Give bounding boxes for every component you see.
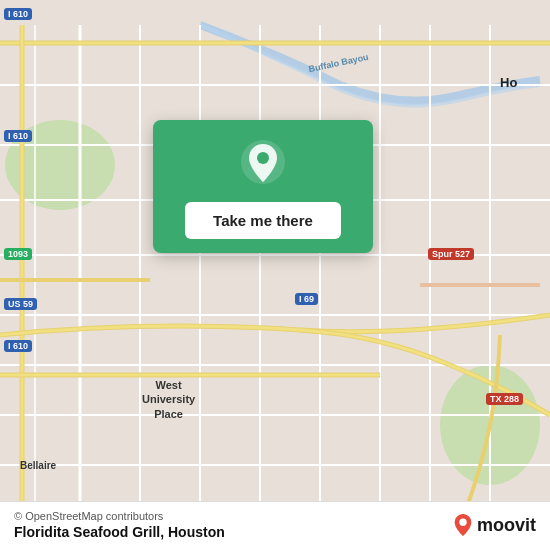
bottom-bar: © OpenStreetMap contributors Floridita S… xyxy=(0,501,550,550)
osm-credit-text: © OpenStreetMap contributors xyxy=(14,510,163,522)
moovit-pin-icon xyxy=(453,513,473,537)
osm-credit: © OpenStreetMap contributors xyxy=(14,510,225,522)
highway-badge-i610-left: I 610 xyxy=(4,130,32,142)
highway-badge-i610-top: I 610 xyxy=(4,8,32,20)
highway-badge-i610-bottom: I 610 xyxy=(4,340,32,352)
west-university-place-label: WestUniversityPlace xyxy=(142,378,195,421)
bottom-bar-left: © OpenStreetMap contributors Floridita S… xyxy=(14,510,225,540)
svg-point-30 xyxy=(459,519,466,526)
map-svg xyxy=(0,0,550,550)
highway-badge-1093: 1093 xyxy=(4,248,32,260)
highway-badge-i69: I 69 xyxy=(295,293,318,305)
moovit-logo: moovit xyxy=(453,513,536,537)
highway-badge-spur527: Spur 527 xyxy=(428,248,474,260)
location-pin-icon xyxy=(239,138,287,186)
moovit-text: moovit xyxy=(477,515,536,536)
location-card[interactable]: Take me there xyxy=(153,120,373,253)
ho-label: Ho xyxy=(500,75,517,90)
take-me-there-button[interactable]: Take me there xyxy=(185,202,341,239)
highway-badge-us59: US 59 xyxy=(4,298,37,310)
highway-badge-tx288: TX 288 xyxy=(486,393,523,405)
bellaire-label: Bellaire xyxy=(20,460,56,471)
map-container: I 610 I 610 I 610 1093 US 59 I 69 Spur 5… xyxy=(0,0,550,550)
restaurant-name: Floridita Seafood Grill, Houston xyxy=(14,524,225,540)
svg-point-29 xyxy=(257,152,269,164)
